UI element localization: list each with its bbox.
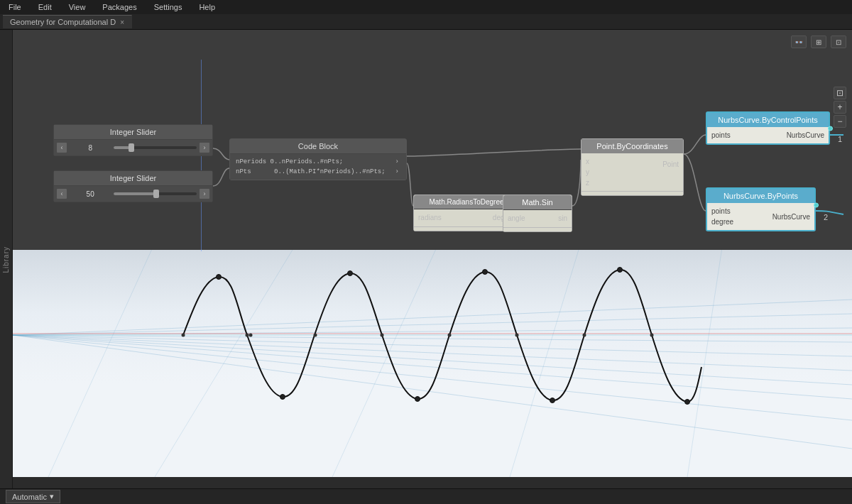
toolbar-glasses-btn[interactable]: 👓 — [791, 35, 807, 48]
svg-point-31 — [515, 334, 519, 337]
run-mode-arrow: ▾ — [50, 492, 54, 501]
angle-port: angle — [503, 213, 529, 224]
point-by-coords-node[interactable]: Point.ByCoordinates x y z Point — [581, 138, 684, 196]
nurbs-control-points-port: points — [707, 130, 735, 141]
slider1-track[interactable] — [114, 146, 197, 149]
svg-point-28 — [314, 334, 317, 337]
menu-settings[interactable]: Settings — [151, 1, 185, 13]
viewport-svg — [13, 243, 852, 477]
menubar[interactable]: File Edit View Packages Settings Help — [0, 0, 852, 14]
svg-line-7 — [13, 335, 852, 399]
svg-line-10 — [48, 243, 155, 477]
nurbs-points-title: NurbsCurve.ByPoints — [707, 189, 814, 203]
radians-port-label: radians — [418, 214, 442, 221]
slider2-track[interactable] — [114, 192, 197, 195]
slider2-increment[interactable]: › — [200, 189, 209, 199]
integer-slider-1[interactable]: Integer Slider ‹ 8 › — [53, 124, 213, 156]
svg-point-32 — [583, 334, 586, 337]
svg-point-26 — [249, 334, 253, 337]
slider2-fill — [114, 192, 155, 195]
y-port: y — [581, 167, 594, 177]
zoom-fit-btn[interactable]: ⊡ — [834, 87, 846, 99]
code-line2: nPts 0..(Math.PI*nPeriods)..#nPts; — [236, 167, 386, 177]
svg-line-9 — [13, 335, 852, 449]
main-tab[interactable]: Geometry for Computational D × — [3, 15, 132, 28]
slider1-increment[interactable]: › — [200, 143, 209, 153]
math-sin-title: Math.Sin — [503, 195, 572, 210]
nurbs-control-title: NurbsCurve.ByControlPoints — [707, 113, 829, 127]
slider1-fill — [114, 146, 130, 149]
sin-port-label: sin — [558, 214, 567, 222]
nurbs-points-curve-port: NurbsCurve — [768, 212, 814, 222]
slider2-thumb[interactable] — [153, 190, 159, 198]
slider1-title: Integer Slider — [54, 125, 212, 140]
code-out2: › — [395, 167, 399, 177]
svg-line-14 — [687, 243, 723, 477]
math-sin-body: angle sin — [503, 210, 572, 227]
main-canvas: Integer Slider ‹ 8 › Integer Slider ‹ 50 — [13, 30, 852, 477]
svg-point-24 — [685, 400, 690, 405]
nurbs-points-badge: 2 — [824, 213, 828, 221]
integer-slider-2[interactable]: Integer Slider ‹ 50 › — [53, 170, 213, 202]
status-bar: Automatic ▾ — [0, 488, 852, 504]
z-port: z — [581, 177, 594, 188]
node-graph: Integer Slider ‹ 8 › Integer Slider ‹ 50 — [13, 30, 852, 250]
slider2-decrement[interactable]: ‹ — [57, 189, 67, 199]
toolbar-expand-btn[interactable]: ⊡ — [831, 35, 846, 48]
point-out-port: Point — [658, 159, 683, 170]
code-out1: › — [395, 157, 399, 167]
tab-close-button[interactable]: × — [120, 18, 124, 26]
svg-point-23 — [618, 268, 623, 273]
code-block-body: nPeriods 0..nPeriods..#nPts; nPts 0..(Ma… — [230, 154, 406, 180]
menu-file[interactable]: File — [6, 1, 24, 13]
nurbs-control-badge: 1 — [838, 135, 842, 143]
nurbs-control-body: points NurbsCurve — [707, 127, 829, 143]
svg-point-27 — [246, 334, 249, 337]
library-sidebar[interactable]: Library — [0, 30, 13, 490]
slider1-thumb[interactable] — [129, 143, 134, 152]
slider1-decrement[interactable]: ‹ — [57, 143, 67, 153]
code-line1: nPeriods 0..nPeriods..#nPts; — [236, 157, 386, 167]
svg-point-19 — [348, 271, 353, 276]
slider2-value: 50 — [70, 190, 111, 198]
code-block-title: Code Block — [230, 139, 406, 154]
toolbar-grid-btn[interactable]: ⊞ — [811, 35, 826, 48]
menu-help[interactable]: Help — [196, 1, 218, 13]
code-block-node[interactable]: Code Block nPeriods 0..nPeriods..#nPts; … — [229, 138, 407, 180]
nurbs-by-control-points-node[interactable]: NurbsCurve.ByControlPoints points NurbsC… — [706, 111, 830, 145]
svg-point-18 — [280, 395, 285, 400]
library-label: Library — [2, 246, 10, 273]
menu-packages[interactable]: Packages — [99, 1, 139, 13]
svg-point-33 — [650, 334, 654, 337]
run-mode-dropdown[interactable]: Automatic ▾ — [6, 490, 60, 503]
svg-point-29 — [381, 334, 384, 337]
nurbs-degree-port: degree — [707, 217, 738, 227]
svg-point-25 — [182, 334, 185, 337]
menu-view[interactable]: View — [66, 1, 89, 13]
radians-port: radians — [414, 212, 446, 223]
math-sin-node[interactable]: Math.Sin angle sin — [503, 195, 572, 232]
top-toolbar: 👓 ⊞ ⊡ — [791, 35, 846, 48]
svg-point-22 — [550, 398, 555, 403]
run-mode-label: Automatic — [12, 493, 47, 501]
nurbs-by-points-node[interactable]: NurbsCurve.ByPoints points degree NurbsC… — [706, 187, 816, 231]
tab-label: Geometry for Computational D — [10, 18, 116, 26]
svg-point-20 — [415, 397, 420, 402]
slider1-body: ‹ 8 › — [54, 140, 212, 155]
svg-line-13 — [510, 243, 581, 477]
tabbar: Geometry for Computational D × — [0, 14, 852, 30]
nurbs-points-body: points degree NurbsCurve — [707, 203, 814, 230]
zoom-out-btn[interactable]: − — [834, 115, 846, 128]
svg-line-11 — [155, 243, 297, 477]
point-title: Point.ByCoordinates — [581, 139, 683, 153]
zoom-in-btn[interactable]: + — [834, 101, 846, 114]
zoom-controls: ⊡ + − — [834, 87, 846, 128]
svg-line-12 — [332, 243, 439, 477]
x-port: x — [581, 156, 594, 167]
3d-viewport — [13, 243, 852, 477]
slider2-body: ‹ 50 › — [54, 186, 212, 202]
angle-port-label: angle — [508, 214, 525, 222]
nurbs-control-curve-port: NurbsCurve — [782, 130, 829, 141]
slider1-value: 8 — [70, 144, 111, 152]
menu-edit[interactable]: Edit — [36, 1, 55, 13]
